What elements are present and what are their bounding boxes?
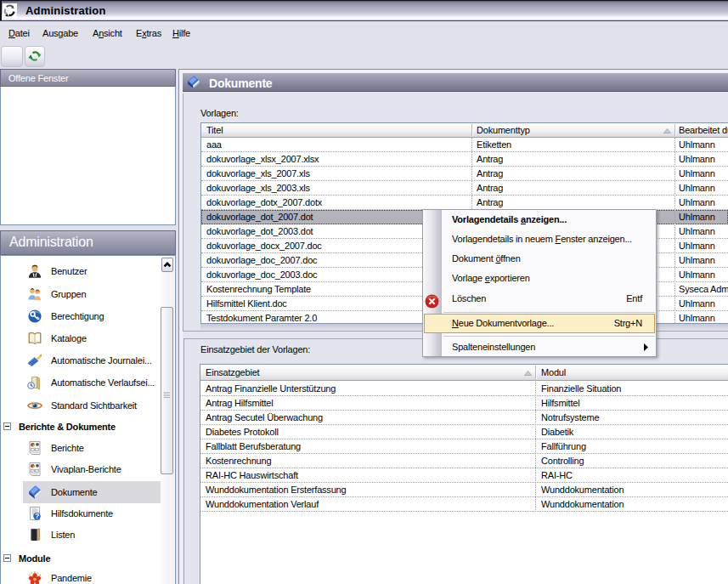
svg-text:?: ? xyxy=(35,512,39,520)
